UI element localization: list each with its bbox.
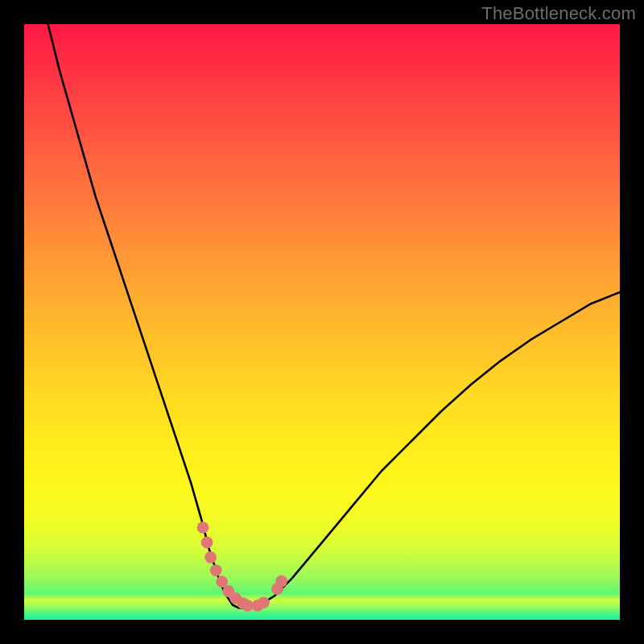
marker-dot	[197, 522, 209, 534]
plot-area	[24, 24, 620, 620]
watermark-text: TheBottleneck.com	[481, 3, 636, 24]
outer-frame: TheBottleneck.com	[0, 0, 644, 644]
marker-dot	[258, 597, 270, 609]
curve-markers	[24, 24, 620, 620]
marker-dot	[204, 551, 217, 564]
marker-dot	[275, 576, 287, 588]
marker-dot	[201, 536, 213, 548]
marker-dot	[210, 564, 222, 576]
